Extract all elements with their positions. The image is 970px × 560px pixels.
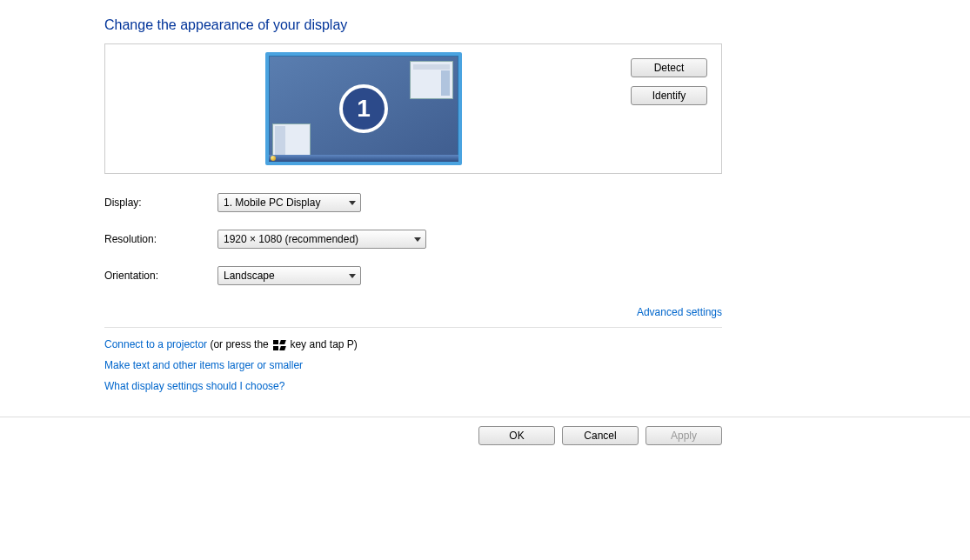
text-size-link[interactable]: Make text and other items larger or smal…: [104, 359, 303, 371]
ok-button[interactable]: OK: [478, 426, 555, 445]
display-preview-area: 1 Detect Identify: [104, 43, 722, 174]
connect-projector-link[interactable]: Connect to a projector: [104, 338, 207, 350]
display-label: Display:: [104, 197, 217, 209]
projector-hint-text: (or press the: [207, 338, 271, 350]
windows-key-icon: [273, 340, 285, 350]
preview-window-icon: [410, 61, 453, 99]
divider: [104, 327, 722, 328]
preview-window-icon: [272, 123, 311, 158]
resolution-select-value: 1920 × 1080 (recommended): [224, 233, 358, 245]
orientation-label: Orientation:: [104, 270, 217, 282]
identify-button[interactable]: Identify: [631, 86, 707, 105]
chevron-down-icon: [349, 274, 356, 278]
advanced-settings-link[interactable]: Advanced settings: [637, 306, 722, 318]
preview-taskbar-icon: [269, 155, 458, 162]
monitor-number-badge: 1: [339, 84, 388, 133]
help-link[interactable]: What display settings should I choose?: [104, 380, 284, 392]
display-select[interactable]: 1. Mobile PC Display: [217, 193, 361, 212]
apply-button: Apply: [646, 426, 722, 445]
chevron-down-icon: [414, 237, 421, 242]
orientation-select-value: Landscape: [224, 270, 275, 282]
page-title: Change the appearance of your display: [104, 17, 970, 33]
button-bar-divider: [0, 417, 970, 417]
cancel-button[interactable]: Cancel: [562, 426, 639, 445]
orientation-select[interactable]: Landscape: [217, 266, 361, 285]
monitor-preview-1[interactable]: 1: [265, 52, 462, 165]
resolution-label: Resolution:: [104, 233, 217, 245]
display-select-value: 1. Mobile PC Display: [224, 197, 320, 209]
projector-hint-text-2: key and tap P): [287, 338, 358, 350]
chevron-down-icon: [349, 201, 356, 205]
resolution-select[interactable]: 1920 × 1080 (recommended): [217, 230, 426, 249]
detect-button[interactable]: Detect: [631, 58, 707, 77]
